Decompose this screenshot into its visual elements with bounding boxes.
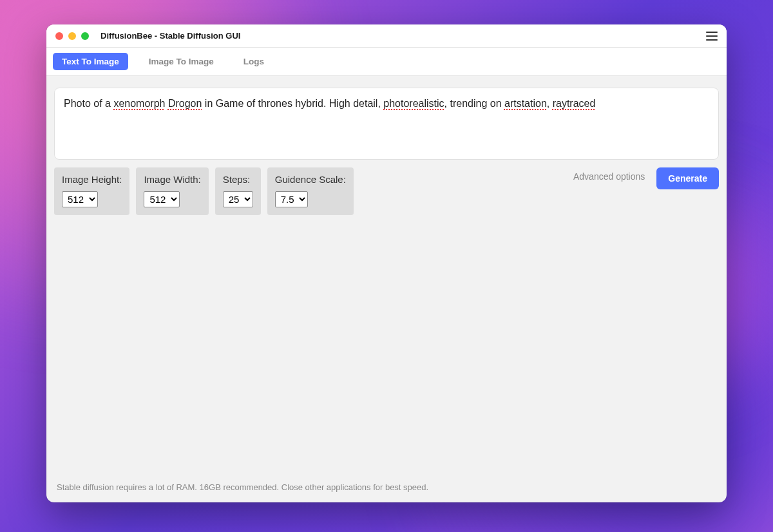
tab-image-to-image[interactable]: Image To Image — [140, 53, 223, 70]
param-label: Image Height: — [62, 174, 122, 185]
advanced-options-link[interactable]: Advanced options — [573, 171, 645, 182]
prompt-input[interactable]: Photo of a xenomorph Drogon in Game of t… — [54, 88, 719, 160]
steps-select[interactable]: 25 — [223, 191, 253, 207]
spellcheck-word[interactable]: Drogon — [168, 98, 202, 109]
param-guidance-scale: Guidence Scale: 7.5 — [267, 167, 354, 215]
app-window: DiffusionBee - Stable Diffusion GUI Text… — [46, 24, 727, 502]
param-steps: Steps: 25 — [215, 167, 261, 215]
image-height-select[interactable]: 512 — [62, 191, 98, 207]
prompt-text: Photo of a — [64, 98, 113, 109]
prompt-text: in Game of thrones hybrid. High detail, — [202, 98, 383, 109]
minimize-window-button[interactable] — [68, 32, 76, 40]
param-label: Image Width: — [144, 174, 200, 185]
tab-logs[interactable]: Logs — [234, 53, 273, 70]
traffic-lights — [55, 32, 89, 40]
param-image-height: Image Height: 512 — [54, 167, 129, 215]
guidance-scale-select[interactable]: 7.5 — [275, 191, 308, 207]
spellcheck-word[interactable]: photorealistic — [383, 98, 444, 109]
footer-note: Stable diffusion requires a lot of RAM. … — [54, 477, 719, 496]
param-label: Steps: — [223, 174, 253, 185]
spellcheck-word[interactable]: xenomorph — [113, 98, 165, 109]
fullscreen-window-button[interactable] — [81, 32, 89, 40]
tab-bar: Text To Image Image To Image Logs — [46, 48, 727, 76]
hamburger-menu-icon[interactable] — [706, 32, 718, 41]
generate-button[interactable]: Generate — [656, 167, 719, 189]
spellcheck-word[interactable]: raytraced — [553, 98, 596, 109]
image-width-select[interactable]: 512 — [144, 191, 180, 207]
content-area: Photo of a xenomorph Drogon in Game of t… — [46, 76, 727, 502]
tab-text-to-image[interactable]: Text To Image — [53, 53, 128, 70]
close-window-button[interactable] — [55, 32, 63, 40]
param-image-width: Image Width: 512 — [136, 167, 208, 215]
window-title: DiffusionBee - Stable Diffusion GUI — [100, 31, 240, 41]
titlebar: DiffusionBee - Stable Diffusion GUI — [46, 24, 727, 48]
prompt-text: , trending on — [444, 98, 504, 109]
spellcheck-word[interactable]: artstation — [504, 98, 547, 109]
param-label: Guidence Scale: — [275, 174, 346, 185]
controls-row: Image Height: 512 Image Width: 512 Steps… — [54, 167, 719, 215]
prompt-text: , — [547, 98, 553, 109]
